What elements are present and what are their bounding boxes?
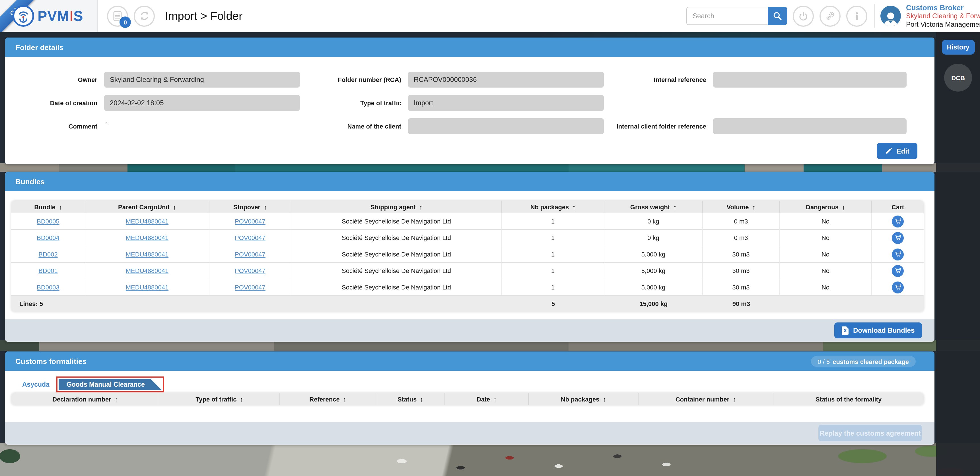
customs-cleared-badge: 0 / 5 customs cleared package (811, 356, 916, 367)
sort-asc-icon[interactable] (343, 395, 346, 402)
sort-asc-icon[interactable] (240, 395, 243, 402)
add-to-cart-button[interactable] (892, 265, 904, 277)
col-reference: Reference (280, 393, 376, 405)
owner-label: Owner (5, 76, 104, 83)
power-icon (799, 11, 808, 21)
replay-customs-agreement-button[interactable]: Replay the customs agreement (818, 425, 922, 441)
internal-reference-field (713, 71, 907, 87)
logout-button[interactable] (793, 5, 814, 27)
add-to-cart-button[interactable] (892, 248, 904, 260)
bundles-table: Bundle Parent CargoUnit Stopover Shippin… (11, 201, 924, 312)
sort-asc-icon[interactable] (673, 203, 676, 210)
add-to-cart-button[interactable] (892, 281, 904, 293)
col-stopover: Stopover (210, 201, 291, 213)
gears-icon (825, 11, 835, 21)
parent-cargounit-link[interactable]: MEDU4880041 (126, 234, 169, 241)
parent-cargounit-link[interactable]: MEDU4880041 (126, 218, 169, 225)
col-parent-cargounit: Parent CargoUnit (85, 201, 210, 213)
col-nb-packages: Nb packages (529, 393, 638, 405)
shipping-agent-cell: Société Seychelloise De Navigation Ltd (291, 262, 502, 279)
tab-goods-manual-clearance[interactable]: Goods Manual Clearance (59, 379, 162, 390)
refresh-button[interactable] (134, 5, 155, 27)
bundle-link[interactable]: BD0005 (37, 218, 59, 225)
page-title: Import > Folder (165, 10, 242, 22)
sort-asc-icon[interactable] (752, 203, 755, 210)
table-row: BD0004 MEDU4880041 POV00047 Société Seyc… (11, 229, 924, 246)
comment-value: - (104, 118, 307, 126)
settings-button[interactable] (819, 5, 840, 27)
internal-client-folder-reference-field (713, 118, 907, 134)
refresh-icon (139, 11, 150, 21)
sort-asc-icon[interactable] (842, 203, 845, 210)
total-gross-weight: 15,000 kg (605, 295, 703, 312)
brand-zone: QA PVMIS (0, 0, 98, 32)
stopover-link[interactable]: POV00047 (235, 234, 266, 241)
col-dangerous: Dangerous (780, 201, 872, 213)
cart-plus-icon (894, 284, 901, 290)
volume-cell: 0 m3 (703, 229, 780, 246)
shipping-agent-cell: Société Seychelloise De Navigation Ltd (291, 279, 502, 295)
edit-button[interactable]: Edit (877, 143, 917, 159)
top-bar: QA PVMIS 0 (0, 0, 980, 32)
sort-asc-icon[interactable] (173, 203, 176, 210)
history-button[interactable]: History (942, 40, 975, 55)
col-cart: Cart (872, 201, 924, 213)
stopover-link[interactable]: POV00047 (235, 284, 266, 290)
sort-asc-icon[interactable] (733, 395, 736, 402)
search-input[interactable] (686, 7, 768, 25)
sort-asc-icon[interactable] (264, 203, 267, 210)
download-bundles-button[interactable]: Download Bundles (834, 322, 922, 338)
customs-formalities-table: Declaration number Type of traffic Refer… (11, 393, 924, 405)
stopover-link[interactable]: POV00047 (235, 267, 266, 274)
dangerous-cell: No (780, 213, 872, 229)
user-organization: Skyland Clearing & Forwarding (906, 12, 980, 20)
sort-asc-icon[interactable] (59, 203, 62, 210)
stopover-link[interactable]: POV00047 (235, 251, 266, 258)
shipping-agent-cell: Société Seychelloise De Navigation Ltd (291, 213, 502, 229)
name-of-client-label: Name of the client (307, 123, 408, 130)
bundle-link[interactable]: BD002 (38, 251, 57, 258)
dangerous-cell: No (780, 262, 872, 279)
tab-asycuda[interactable]: Asycuda (19, 381, 53, 388)
sort-asc-icon[interactable] (493, 395, 496, 402)
customs-formalities-title: Customs formalities (15, 357, 86, 365)
sort-asc-icon[interactable] (572, 203, 575, 210)
col-declaration-number: Declaration number (11, 393, 159, 405)
sort-asc-icon[interactable] (420, 395, 423, 402)
bundles-header-row: Bundle Parent CargoUnit Stopover Shippin… (11, 201, 924, 213)
bundle-link[interactable]: BD0003 (37, 284, 59, 290)
parent-cargounit-link[interactable]: MEDU4880041 (126, 251, 169, 258)
folder-details-header: Folder details (5, 38, 934, 57)
edit-button-label: Edit (897, 147, 910, 155)
download-bundles-label: Download Bundles (853, 327, 915, 335)
sort-asc-icon[interactable] (419, 203, 422, 210)
notifications-button[interactable]: 0 (107, 5, 128, 27)
total-nb-packages: 5 (502, 295, 605, 312)
customs-footer: Replay the customs agreement (5, 422, 934, 445)
name-of-client-field (408, 118, 604, 134)
avatar[interactable] (880, 6, 901, 26)
customs-tabs: Asycuda Goods Manual Clearance (5, 371, 934, 392)
app-logo-text: PVMIS (38, 8, 83, 24)
parent-cargounit-link[interactable]: MEDU4880041 (126, 284, 169, 290)
customs-formalities-header: Customs formalities 0 / 5 customs cleare… (5, 351, 934, 371)
search-bar (686, 7, 787, 25)
internal-reference-label: Internal reference (611, 76, 713, 83)
anchor-wifi-icon (15, 8, 31, 24)
add-to-cart-button[interactable] (892, 232, 904, 244)
col-volume: Volume (703, 201, 780, 213)
add-to-cart-button[interactable] (892, 215, 904, 227)
user-info[interactable]: Customs Broker Skyland Clearing & Forwar… (906, 3, 980, 29)
bundle-link[interactable]: BD0004 (37, 234, 59, 241)
parent-cargounit-link[interactable]: MEDU4880041 (126, 267, 169, 274)
stopover-link[interactable]: POV00047 (235, 218, 266, 225)
sort-asc-icon[interactable] (603, 395, 606, 402)
dcb-button[interactable]: DCB (944, 64, 972, 92)
sort-asc-icon[interactable] (115, 395, 118, 402)
bundle-link[interactable]: BD001 (38, 267, 57, 274)
col-shipping-agent: Shipping agent (291, 201, 502, 213)
app-logo[interactable] (13, 5, 34, 27)
date-of-creation-label: Date of creation (5, 100, 104, 106)
info-button[interactable] (846, 5, 867, 27)
search-button[interactable] (768, 7, 787, 25)
